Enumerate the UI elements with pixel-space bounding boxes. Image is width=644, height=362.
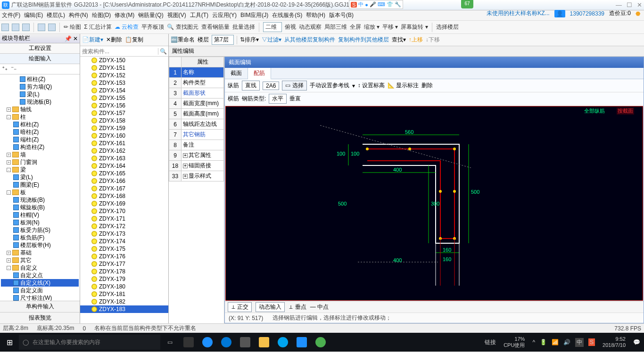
menu-component[interactable]: 构件(N) [69,11,88,19]
ime-tool-icon[interactable]: 🔧 [395,1,401,8]
tree-node[interactable]: -柱 [1,113,79,121]
taskbar-app-1[interactable] [179,333,198,352]
menu-edit[interactable]: 编辑(E) [24,11,43,19]
tb-sum[interactable]: Σ 汇总计算 [84,23,112,31]
tb-view-rebar[interactable]: 查看钢筋量 [201,23,230,31]
list-item[interactable]: ZDYX-150 [80,57,168,64]
tree-node[interactable]: +墙 [1,151,79,158]
nav-tab-single[interactable]: 单构件输入 [0,301,80,312]
tb-copy-from[interactable]: 从其他楼层复制构件 [284,36,335,44]
tree-node[interactable]: 螺旋板(B) [1,204,79,211]
nav-collapse-icon[interactable]: ⁻₋ [11,65,17,72]
menu-modify[interactable]: 修改(M) [115,11,134,19]
prop-row[interactable]: 4截面宽度(mm) [169,99,224,109]
tree-node[interactable]: 框柱(Z) [1,121,79,128]
list-item[interactable]: ZDYX-183 [80,305,168,313]
tree-node[interactable]: 自定义点 [1,272,79,279]
prop-row[interactable]: 18+锚固搭接 [169,161,224,171]
prop-row[interactable]: 9+其它属性 [169,150,224,161]
list-item[interactable]: ZDYX-156 [80,102,168,109]
tree-node[interactable]: 柱帽(V) [1,211,79,219]
tb-top-view[interactable]: 俯视 [285,23,296,31]
tree-node[interactable]: 自定义线(X) [1,279,79,287]
tree-node[interactable]: 端柱(Z) [1,136,79,143]
tree-node[interactable]: 现浇板(B) [1,196,79,204]
list-item[interactable]: ZDYX-170 [80,207,168,215]
ime-punct-icon[interactable]: ● [365,2,368,8]
nav-expand-icon[interactable]: ⁺₊ [2,65,8,72]
tree-node[interactable]: 板洞(N) [1,219,79,226]
tb-pan[interactable]: 平移 ▾ [382,23,398,31]
list-item[interactable]: ZDYX-173 [80,230,168,238]
list-delete[interactable]: ✕删除 [106,36,122,44]
menu-version[interactable]: 版本号(B) [329,11,354,19]
taskbar-explorer-icon[interactable] [255,333,273,352]
search-button[interactable]: 🔍 [158,48,168,55]
tree-node[interactable]: 圈梁(E) [1,181,79,189]
prop-row[interactable]: 5截面高度(mm) [169,109,224,119]
list-item[interactable]: ZDYX-178 [80,268,168,275]
bar1-select-btn[interactable]: ▭ 选择 [282,81,306,90]
bar1-delete[interactable]: 删除 [421,82,433,90]
tb-zoom[interactable]: 缩放 ▾ [364,23,380,31]
list-item[interactable]: ZDYX-155 [80,94,168,102]
task-view-icon[interactable]: ▭ [160,333,179,352]
list-item[interactable]: ZDYX-151 [80,64,168,72]
tree-node[interactable]: 板受力筋(S) [1,226,79,234]
menu-cloud[interactable]: 云应用(Y) [212,11,237,19]
tb-local-3d[interactable]: 局部三维 [324,23,347,31]
list-item[interactable]: ZDYX-164 [80,162,168,170]
list-item[interactable]: ZDYX-182 [80,298,168,305]
snap-perp[interactable]: ⊥ 垂点 [289,303,306,311]
user-phone[interactable]: 13907298339 [570,10,604,17]
property-grid[interactable]: 属性 1名称2构件类型3截面形状4截面宽度(mm)5截面高度(mm)6轴线距左边… [169,57,224,323]
tree-node[interactable]: 楼层板带(H) [1,241,79,249]
list-item[interactable]: ZDYX-159 [80,124,168,132]
tb-find-ele[interactable]: 🔍 查找图元 [167,23,198,31]
list-item[interactable]: ZDYX-166 [80,177,168,185]
nav-tab-settings[interactable]: 工程设置 [0,43,80,54]
menu-floor[interactable]: 楼层(L) [47,11,65,19]
snap-mid[interactable]: — 中点 [310,303,329,311]
taskbar-edge-icon[interactable] [217,333,236,352]
taskbar-app-2[interactable] [198,333,217,352]
bar1-elev[interactable]: ↕ 设置标高 [358,82,385,90]
tree-node[interactable]: -板 [1,189,79,196]
taskbar-app-4[interactable] [236,333,255,352]
taskbar-search[interactable]: ◯ 在这里输入你要搜索的内容 [19,335,160,350]
list-item[interactable]: ZDYX-179 [80,275,168,283]
tray-clock[interactable]: 9:522018/7/10 [600,336,628,348]
tray-up-icon[interactable]: ^ [532,339,535,346]
list-item[interactable]: ZDYX-162 [80,147,168,155]
tree-node[interactable]: 尺寸标注(W) [1,294,79,301]
ime-cloth-icon[interactable]: 👕 [387,1,393,8]
list-item[interactable]: ZDYX-171 [80,215,168,222]
list-item[interactable]: ZDYX-181 [80,290,168,298]
nav-tab-report[interactable]: 报表预览 [0,312,80,323]
tb-move-down[interactable]: ↓下移 [426,36,440,44]
tray-battery-icon[interactable]: 🔋 [540,339,547,346]
minimize-button[interactable]: — [616,1,622,8]
component-list[interactable]: ZDYX-150ZDYX-151ZDYX-152ZDYX-153ZDYX-154… [80,57,168,323]
list-item[interactable]: ZDYX-152 [80,72,168,79]
tree-node[interactable]: +基础 [1,249,79,256]
view-mode-select[interactable]: 二维 [263,22,282,32]
tb-cloud-check[interactable]: ☁ 云检查 [115,23,139,31]
list-item[interactable]: ZDYX-157 [80,109,168,117]
tb-filter[interactable]: ▽过滤▾ [262,36,281,44]
list-item[interactable]: ZDYX-165 [80,170,168,177]
menu-help[interactable]: 帮助(H) [306,11,325,19]
tree-node[interactable]: +门窗洞 [1,158,79,166]
prop-row[interactable]: 2构件类型 [169,78,224,88]
bar2-vert[interactable]: 垂直 [289,95,301,103]
tree-node[interactable]: -梁 [1,166,79,173]
list-item[interactable]: ZDYX-177 [80,260,168,268]
bar2-type-select[interactable]: 水平 [269,94,287,104]
tree-node[interactable]: 剪力墙(Q) [1,83,79,90]
section-canvas[interactable]: 全部纵筋 按截面 [225,106,643,301]
bar1-showdim[interactable]: 📐 显示标注 [388,82,419,90]
list-item[interactable]: ZDYX-167 [80,185,168,192]
tree-node[interactable]: 构造柱(Z) [1,143,79,151]
ime-keyboard-icon[interactable]: ⌨ [378,1,385,8]
list-item[interactable]: ZDYX-163 [80,155,168,162]
